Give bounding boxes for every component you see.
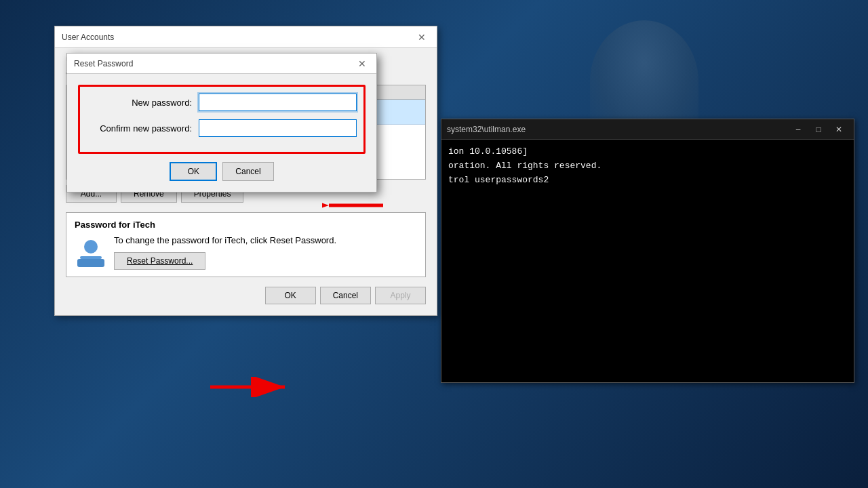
new-password-row: New password: [87,94,357,111]
cmd-titlebar: system32\utilman.exe – □ ✕ [441,119,854,140]
cancel-button[interactable]: Cancel [320,287,371,304]
dialog-buttons: OK Cancel [78,162,366,181]
dialog-ok-button[interactable]: OK [170,162,217,181]
reset-dialog-close-button[interactable]: ✕ [355,56,370,71]
password-section-text: To change the password for iTech, click … [114,235,336,270]
reset-password-dialog: Reset Password ✕ New password: Confirm n… [66,53,377,192]
svg-point-3 [84,240,98,253]
confirm-password-input[interactable] [199,119,357,137]
password-section-title: Password for iTech [75,220,417,230]
user-avatar-large [75,236,107,268]
reset-dialog-content: New password: Confirm new password: OK C… [67,74,376,192]
user-accounts-close-button[interactable]: ✕ [414,29,430,45]
cmd-controls: – □ ✕ [789,122,848,137]
ok-button[interactable]: OK [265,287,316,304]
svg-rect-5 [77,259,104,267]
svg-rect-4 [80,256,102,259]
cmd-maximize-button[interactable]: □ [809,122,828,137]
reset-dialog-title: Reset Password [74,59,355,68]
user-accounts-title: User Accounts [62,33,414,42]
confirm-password-label: Confirm new password: [87,123,199,134]
user-accounts-titlebar: User Accounts ✕ [55,26,437,48]
cmd-line-1: ion 10.0.10586] [448,145,847,159]
new-password-input[interactable] [199,94,357,111]
cmd-line-2: oration. All rights reserved. [448,159,847,174]
apply-button[interactable]: Apply [375,287,426,304]
confirm-password-row: Confirm new password: [87,119,357,137]
reset-password-button[interactable]: Reset Password... [114,252,205,270]
cmd-content: ion 10.0.10586] oration. All rights rese… [441,140,854,382]
cmd-minimize-button[interactable]: – [789,122,808,137]
password-section: Password for iTech To change the passwor… [66,212,426,277]
reset-dialog-titlebar: Reset Password ✕ [67,54,376,74]
password-section-content: To change the password for iTech, click … [75,235,417,270]
new-password-label: New password: [87,98,199,108]
cmd-window: system32\utilman.exe – □ ✕ ion 10.0.1058… [441,119,854,383]
cmd-title: system32\utilman.exe [447,125,789,134]
fields-highlight-box: New password: Confirm new password: [78,85,366,154]
cmd-close-button[interactable]: ✕ [829,122,848,137]
dialog-cancel-button[interactable]: Cancel [222,162,273,181]
bottom-buttons: OK Cancel Apply [66,287,426,304]
cmd-line-4: trol userpasswords2 [448,174,847,188]
password-text: To change the password for iTech, click … [114,235,336,245]
